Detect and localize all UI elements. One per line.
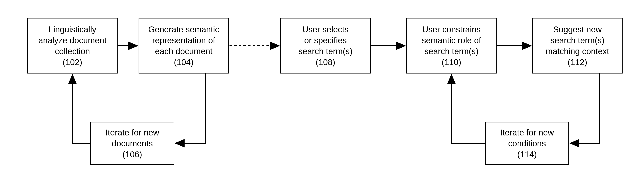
- flow-box-108-text: User selects or specifies search term(s)…: [298, 24, 352, 68]
- flow-box-112: Suggest new search term(s) matching cont…: [532, 18, 622, 74]
- flow-box-104-text: Generate semantic representation of each…: [148, 24, 219, 68]
- flow-box-106: Iterate for new documents (106): [90, 122, 174, 165]
- flow-box-110: User constrains semantic role of search …: [406, 18, 496, 74]
- flow-box-114: Iterate for new conditions (114): [485, 122, 569, 165]
- flow-box-102-text: Linguistically analyze document collecti…: [38, 24, 107, 68]
- flow-box-106-text: Iterate for new documents (106): [106, 127, 159, 160]
- flow-box-114-text: Iterate for new conditions (114): [500, 127, 554, 160]
- edge-106-102: [72, 74, 90, 143]
- edge-114-110: [452, 74, 485, 143]
- flow-box-104: Generate semantic representation of each…: [138, 18, 229, 74]
- flow-box-112-text: Suggest new search term(s) matching cont…: [546, 24, 609, 68]
- edge-104-106: [175, 74, 206, 143]
- flow-box-102: Linguistically analyze document collecti…: [27, 18, 118, 74]
- flow-box-110-text: User constrains semantic role of search …: [422, 24, 481, 68]
- edge-112-114: [570, 74, 600, 143]
- flow-box-108: User selects or specifies search term(s)…: [280, 18, 370, 74]
